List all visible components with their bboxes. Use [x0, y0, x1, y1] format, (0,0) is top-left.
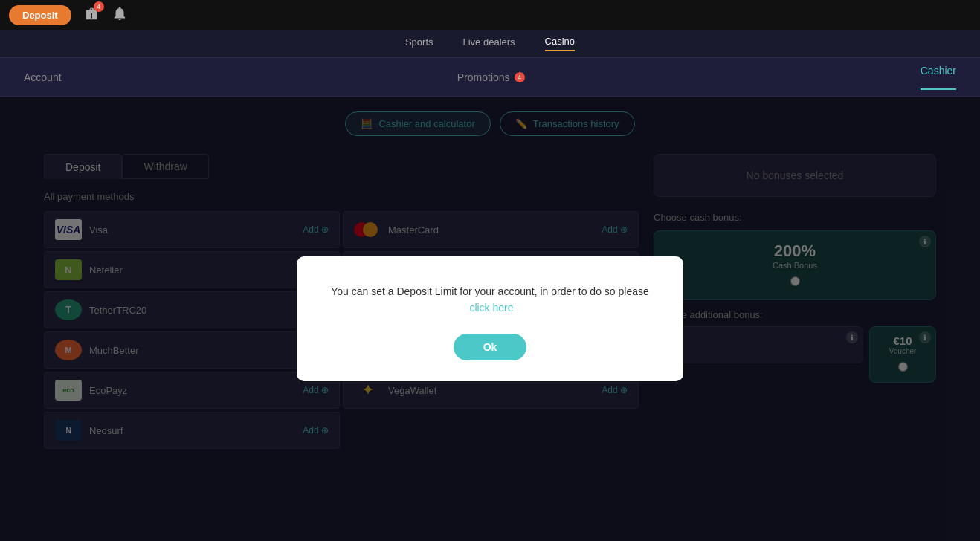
gift-icon-nav[interactable]: 4: [83, 5, 100, 25]
gift-badge: 4: [94, 1, 104, 12]
casino-tab[interactable]: Casino: [545, 36, 575, 51]
header-row: Account Promotions 4 Cashier: [0, 58, 980, 97]
main-content: 🧮 Cashier and calculator ✏️ Transactions…: [0, 97, 980, 541]
sports-tab[interactable]: Sports: [405, 36, 433, 51]
top-nav: Deposit 4: [0, 0, 980, 30]
dialog-ok-button[interactable]: Ok: [454, 334, 527, 360]
deposit-button[interactable]: Deposit: [9, 5, 71, 25]
dialog-message: You can set a Deposit Limit for your acc…: [326, 283, 654, 317]
dialog-click-here-link[interactable]: click here: [469, 302, 513, 314]
second-nav: Sports Live dealers Casino: [0, 30, 980, 58]
live-dealers-tab[interactable]: Live dealers: [463, 36, 515, 51]
account-label: Account: [24, 71, 62, 83]
promotions-section: Promotions 4: [457, 71, 525, 83]
promotions-badge: 4: [515, 72, 525, 82]
cashier-label: Cashier: [921, 65, 956, 90]
dialog-overlay: You can set a Deposit Limit for your acc…: [0, 97, 980, 541]
deposit-limit-dialog: You can set a Deposit Limit for your acc…: [297, 256, 683, 382]
promotions-label: Promotions: [457, 71, 510, 83]
bell-icon-nav[interactable]: [112, 5, 128, 25]
